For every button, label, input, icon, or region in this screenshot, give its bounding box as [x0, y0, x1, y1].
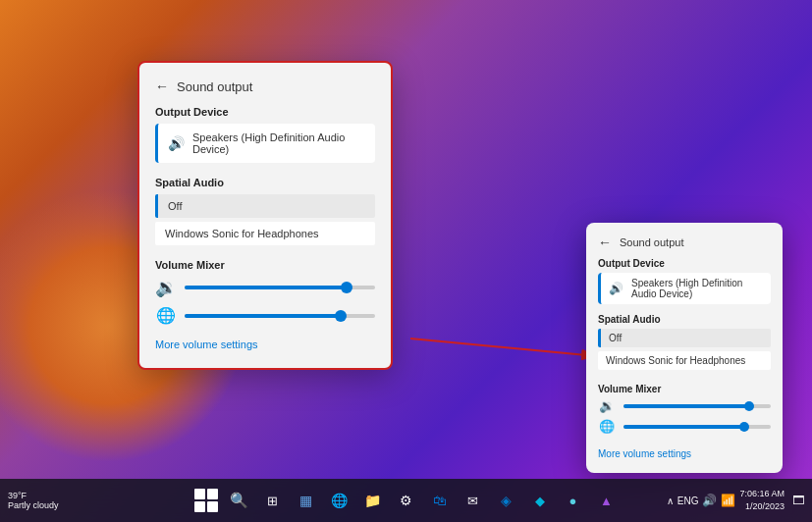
main-panel-title: Sound output [177, 79, 252, 94]
app3-button[interactable]: ▲ [591, 485, 623, 516]
small-volume-system-row: 🔉 [598, 398, 771, 413]
small-volume-system-fill [623, 404, 749, 408]
tray-chevron[interactable]: ∧ [667, 496, 674, 506]
main-volume-section: Volume Mixer 🔉 🌐 [155, 259, 375, 325]
small-volume-edge-thumb[interactable] [739, 422, 749, 432]
desktop: ← Sound output Output Device 🔊 Speakers … [0, 0, 812, 522]
small-panel-header: ← Sound output [598, 235, 771, 250]
system-tray: ∧ ENG 🔊 📶 [667, 494, 736, 507]
small-volume-edge-icon: 🌐 [598, 419, 616, 434]
app1-button[interactable]: ◆ [524, 485, 556, 516]
main-volume-edge-icon: 🌐 [155, 306, 177, 325]
small-device-name: Speakers (High Definition Audio Device) [631, 278, 763, 299]
vscode-button[interactable]: ◈ [491, 485, 522, 516]
app1-icon: ◆ [535, 494, 545, 508]
mail-icon: ✉ [467, 494, 478, 508]
main-volume-system-fill [185, 286, 347, 289]
weather-temp: 39°F [8, 491, 59, 500]
annotation-arrow [401, 309, 617, 368]
app2-icon: ● [569, 494, 577, 508]
taskbar-center: 🔍 ⊞ ▦ 🌐 📁 ⚙ 🛍 ✉ [190, 485, 623, 516]
main-back-button[interactable]: ← [155, 78, 169, 94]
settings-button[interactable]: ⚙ [391, 485, 422, 516]
main-spatial-option[interactable]: Windows Sonic for Headphones [155, 222, 375, 245]
app3-icon: ▲ [600, 494, 613, 508]
svg-line-1 [410, 339, 597, 356]
main-output-device-label: Output Device [155, 106, 375, 118]
main-device-row[interactable]: 🔊 Speakers (High Definition Audio Device… [155, 124, 375, 163]
small-volume-edge-row: 🌐 [598, 419, 771, 434]
taskbar: 39°F Partly cloudy 🔍 ⊞ [0, 479, 812, 522]
store-button[interactable]: 🛍 [424, 485, 456, 516]
main-volume-edge-thumb[interactable] [335, 310, 347, 322]
tray-lang[interactable]: ENG [677, 496, 699, 506]
small-volume-edge-fill [623, 425, 744, 429]
main-volume-edge-fill [185, 314, 341, 318]
small-volume-system-thumb[interactable] [744, 401, 754, 411]
main-spatial-off[interactable]: Off [155, 194, 375, 218]
clock-time: 7:06:16 AM [739, 488, 785, 500]
taskbar-right: ∧ ENG 🔊 📶 7:06:16 AM 1/20/2023 🗖 [667, 488, 804, 512]
small-panel-title: Sound output [620, 236, 683, 248]
widgets-icon: ▦ [299, 493, 312, 508]
mail-button[interactable]: ✉ [458, 485, 489, 516]
small-output-device-label: Output Device [598, 258, 771, 269]
explorer-button[interactable]: 📁 [357, 485, 389, 516]
app2-button[interactable]: ● [558, 485, 589, 516]
small-spatial-option[interactable]: Windows Sonic for Headphones [598, 351, 771, 370]
tray-network-icon[interactable]: 📶 [721, 494, 735, 507]
small-volume-edge-slider[interactable] [623, 425, 771, 429]
small-spatial-section: Spatial Audio Off Windows Sonic for Head… [598, 314, 771, 370]
store-icon: 🛍 [433, 493, 447, 508]
main-spatial-label: Spatial Audio [155, 177, 375, 188]
main-volume-system-thumb[interactable] [341, 282, 352, 293]
small-back-button[interactable]: ← [598, 235, 612, 250]
edge-button[interactable]: 🌐 [324, 485, 355, 516]
start-button[interactable] [190, 485, 222, 516]
taskbar-left: 39°F Partly cloudy [8, 491, 67, 510]
settings-icon: ⚙ [400, 493, 412, 508]
main-speaker-icon: 🔊 [168, 135, 185, 151]
small-device-row[interactable]: 🔊 Speakers (High Definition Audio Device… [598, 273, 771, 304]
main-panel-header: ← Sound output [155, 78, 375, 94]
main-volume-system-row: 🔉 [155, 277, 375, 298]
explorer-icon: 📁 [364, 493, 381, 508]
search-taskbar-icon: 🔍 [230, 492, 248, 509]
windows-logo-icon [194, 489, 218, 512]
main-volume-label: Volume Mixer [155, 259, 375, 271]
taskview-icon: ⊞ [267, 494, 278, 508]
search-taskbar-button[interactable]: 🔍 [224, 485, 255, 516]
main-volume-system-icon: 🔉 [155, 277, 177, 298]
main-sound-panel: ← Sound output Output Device 🔊 Speakers … [137, 61, 393, 370]
tray-volume-icon[interactable]: 🔊 [702, 494, 717, 507]
main-more-settings-link[interactable]: More volume settings [155, 339, 258, 350]
small-sound-panel: ← Sound output Output Device 🔊 Speakers … [586, 223, 783, 473]
small-volume-system-slider[interactable] [623, 404, 771, 408]
main-volume-edge-row: 🌐 [155, 306, 375, 325]
edge-icon: 🌐 [331, 493, 348, 508]
weather-desc: Partly cloudy [8, 500, 59, 510]
vscode-icon: ◈ [501, 493, 512, 508]
small-volume-label: Volume Mixer [598, 384, 771, 394]
system-clock[interactable]: 7:06:16 AM 1/20/2023 [739, 488, 785, 512]
widgets-button[interactable]: ▦ [291, 485, 322, 516]
main-volume-system-slider[interactable] [185, 286, 375, 289]
main-device-name: Speakers (High Definition Audio Device) [192, 131, 365, 155]
small-volume-system-icon: 🔉 [598, 398, 616, 413]
small-spatial-off[interactable]: Off [598, 329, 771, 347]
main-volume-edge-slider[interactable] [185, 314, 375, 318]
notification-button[interactable]: 🗖 [792, 494, 804, 507]
small-spatial-label: Spatial Audio [598, 314, 771, 325]
taskview-button[interactable]: ⊞ [257, 485, 289, 516]
small-speaker-icon: 🔊 [609, 282, 623, 295]
clock-date: 1/20/2023 [739, 500, 785, 513]
weather-widget[interactable]: 39°F Partly cloudy [8, 491, 59, 510]
small-more-settings-link[interactable]: More volume settings [598, 448, 691, 459]
main-spatial-section: Spatial Audio Off Windows Sonic for Head… [155, 177, 375, 245]
small-volume-section: Volume Mixer 🔉 🌐 [598, 384, 771, 434]
